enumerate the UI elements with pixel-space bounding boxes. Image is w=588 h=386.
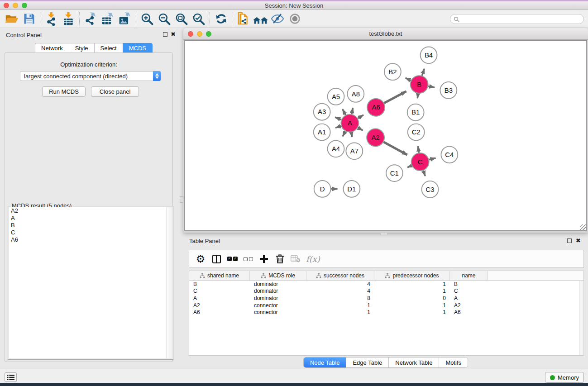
table-options-icon[interactable]: ⚙ [195, 253, 206, 265]
cell-successor-nodes[interactable]: 4 [306, 281, 374, 287]
import-network-icon[interactable] [43, 11, 60, 27]
zoom-window-button[interactable] [22, 3, 27, 8]
network-edge-A-A8[interactable] [352, 108, 353, 114]
minimize-network-window-button[interactable] [197, 31, 202, 37]
table-row[interactable]: Bdominator41B [189, 281, 583, 288]
cell-mcds-role[interactable]: connector [250, 309, 306, 315]
task-history-button[interactable] [5, 372, 17, 382]
column-header-shared-name[interactable]: shared name [189, 271, 250, 280]
mcds-result-item[interactable]: A2 [9, 207, 172, 214]
zoom-selected-icon[interactable] [190, 11, 207, 27]
export-table-icon[interactable] [99, 11, 116, 27]
home-icon[interactable] [252, 11, 269, 27]
zoom-out-icon[interactable] [156, 11, 173, 27]
cell-name[interactable]: C [450, 288, 488, 294]
tab-edge-table[interactable]: Edge Table [346, 357, 389, 367]
network-edge-C-C2[interactable] [418, 146, 419, 152]
cell-predecessor-nodes[interactable]: 1 [374, 309, 450, 315]
cell-mcds-role[interactable]: dominator [250, 281, 306, 287]
tab-motifs[interactable]: Motifs [439, 357, 468, 367]
network-edge-A-A3[interactable] [335, 117, 341, 120]
network-edge-C-C4[interactable] [429, 158, 435, 160]
tab-network-table[interactable]: Network Table [389, 357, 439, 367]
cell-name[interactable]: B [450, 281, 488, 287]
close-panel-button[interactable]: Close panel [91, 86, 139, 97]
network-edge-A-A6[interactable] [358, 115, 363, 119]
cell-mcds-role[interactable]: dominator [250, 288, 306, 294]
network-edge-A2-C[interactable] [384, 142, 407, 155]
table-row[interactable]: Adominator80A [189, 295, 583, 302]
zoom-fit-icon[interactable] [173, 11, 190, 27]
network-edge-B-B1[interactable] [417, 94, 418, 98]
network-edge-B-B2[interactable] [406, 78, 411, 81]
float-table-panel-icon[interactable] [567, 238, 572, 243]
run-mcds-button[interactable]: Run MCDS [42, 86, 86, 97]
mcds-result-item[interactable]: A6 [9, 236, 172, 243]
cell-name[interactable]: A2 [450, 302, 488, 309]
network-edge-B-B4[interactable] [422, 69, 424, 76]
add-row-icon[interactable] [258, 253, 269, 265]
list-scrollbar[interactable] [166, 207, 172, 358]
tab-network[interactable]: Network [35, 43, 69, 53]
zoom-network-window-button[interactable] [206, 31, 211, 37]
network-canvas[interactable]: B4B2BB3A8A5A6A3B1AA1C2A2A4A7C4CC1C3DD1 [184, 40, 587, 231]
table-row[interactable]: A6connector11A6 [189, 309, 583, 316]
tab-select[interactable]: Select [94, 43, 123, 53]
network-edge-B-B3[interactable] [428, 86, 435, 88]
mcds-result-item[interactable]: B [9, 222, 172, 229]
memory-button[interactable]: Memory [545, 372, 584, 383]
cell-name[interactable]: A [450, 295, 488, 301]
zoom-in-icon[interactable] [139, 11, 156, 27]
cell-predecessor-nodes[interactable]: 1 [374, 302, 450, 309]
cell-name[interactable]: A6 [450, 309, 488, 315]
network-edge-A-A7[interactable] [351, 132, 352, 137]
close-table-panel-icon[interactable]: ✖ [576, 237, 581, 244]
clone-network-icon[interactable] [234, 11, 252, 27]
cell-shared-name[interactable]: A [189, 295, 250, 301]
network-edge-A-A4[interactable] [343, 131, 345, 136]
show-all-icon[interactable] [286, 11, 303, 27]
window-resize-grip[interactable] [580, 224, 587, 231]
table-scrollbar[interactable] [579, 281, 583, 355]
cell-predecessor-nodes[interactable]: 1 [374, 288, 450, 294]
cell-successor-nodes[interactable]: 1 [306, 309, 374, 315]
cell-shared-name[interactable]: B [189, 281, 250, 287]
export-network-icon[interactable] [82, 11, 99, 27]
cell-shared-name[interactable]: A2 [189, 302, 250, 309]
export-image-icon[interactable] [116, 11, 134, 27]
network-edge-C-C3[interactable] [423, 171, 425, 176]
cell-predecessor-nodes[interactable]: 0 [374, 295, 450, 301]
column-header-name[interactable]: name [450, 271, 488, 280]
close-window-button[interactable] [4, 3, 9, 8]
refresh-icon[interactable] [212, 11, 229, 27]
close-network-window-button[interactable] [188, 31, 193, 37]
select-all-icon[interactable]: ✓✓ [227, 253, 238, 265]
search-input[interactable] [459, 15, 583, 23]
cell-successor-nodes[interactable]: 4 [306, 288, 374, 294]
show-columns-icon[interactable] [211, 253, 222, 265]
cell-shared-name[interactable]: A6 [189, 309, 250, 315]
cell-shared-name[interactable]: C [189, 288, 250, 294]
close-panel-icon[interactable]: ✖ [171, 31, 176, 38]
network-edge-A6-B[interactable] [384, 91, 406, 103]
mcds-result-item[interactable]: C [9, 229, 172, 236]
column-header-predecessor-nodes[interactable]: predecessor nodes [374, 271, 450, 280]
mcds-result-item[interactable]: A [9, 214, 172, 222]
minimize-window-button[interactable] [13, 3, 18, 8]
table-row[interactable]: Cdominator41C [189, 288, 583, 295]
open-session-icon[interactable] [3, 11, 20, 27]
tab-node-table[interactable]: Node Table [304, 357, 347, 367]
float-panel-icon[interactable] [163, 32, 167, 37]
column-header-mcds-role[interactable]: MCDS role [250, 271, 306, 280]
delete-table-icon[interactable] [290, 253, 301, 265]
cell-mcds-role[interactable]: connector [250, 302, 306, 309]
vertical-splitter-handle[interactable] [180, 196, 183, 203]
tab-mcds[interactable]: MCDS [123, 43, 153, 53]
network-edge-A-A5[interactable] [343, 109, 346, 115]
hide-selected-icon[interactable] [269, 11, 286, 27]
unselect-all-icon[interactable] [243, 253, 253, 265]
network-edge-C-C1[interactable] [407, 166, 411, 167]
save-session-icon[interactable] [20, 11, 38, 27]
network-edge-A-A1[interactable] [335, 126, 341, 128]
cell-predecessor-nodes[interactable]: 1 [374, 281, 450, 287]
